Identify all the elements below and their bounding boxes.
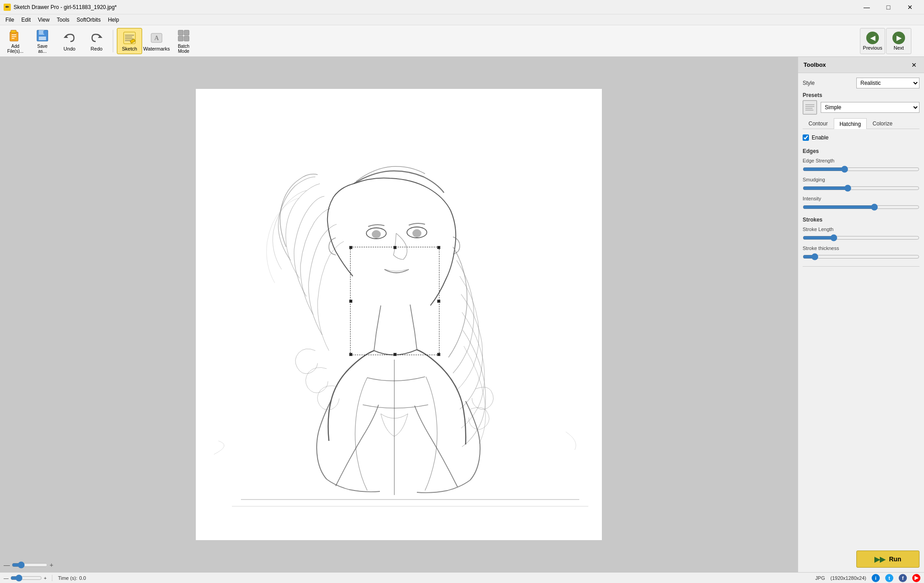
enable-checkbox[interactable] bbox=[803, 134, 809, 141]
zoom-control: — + bbox=[4, 574, 46, 582]
title-bar-controls: — □ ✕ bbox=[856, 0, 920, 14]
svg-rect-20 bbox=[184, 30, 189, 35]
presets-select[interactable]: Simple Default Detailed bbox=[821, 102, 919, 113]
svg-marker-9 bbox=[64, 35, 68, 38]
format-label: JPG bbox=[815, 575, 825, 581]
close-button[interactable]: ✕ bbox=[900, 0, 920, 14]
dimensions-label: (1920x1280x24) bbox=[830, 575, 866, 581]
canvas-zoom-controls: — + bbox=[4, 561, 53, 569]
intensity-track bbox=[803, 203, 919, 211]
svg-rect-19 bbox=[178, 30, 183, 35]
toolbar-separator-1 bbox=[113, 30, 113, 52]
zoom-slider[interactable] bbox=[12, 561, 48, 569]
minimize-button[interactable]: — bbox=[856, 0, 877, 14]
next-label: Next bbox=[894, 45, 904, 51]
status-zoom-slider[interactable] bbox=[10, 574, 42, 582]
presets-icon bbox=[803, 100, 817, 115]
menu-file[interactable]: File bbox=[2, 16, 18, 24]
twitter-icon[interactable]: t bbox=[885, 574, 893, 582]
smudging-label: Smudging bbox=[803, 177, 919, 182]
zoom-increase[interactable]: + bbox=[44, 575, 46, 581]
batch-mode-icon bbox=[176, 28, 191, 43]
redo-label: Redo bbox=[91, 46, 102, 51]
stroke-length-group: Stroke Length bbox=[803, 227, 919, 242]
edge-strength-track bbox=[803, 165, 919, 173]
add-files-icon bbox=[8, 28, 23, 43]
stroke-length-label: Stroke Length bbox=[803, 227, 919, 232]
next-icon: ▶ bbox=[892, 32, 905, 44]
toolbar: Add File(s)... Save as... Undo bbox=[0, 25, 924, 57]
enable-label[interactable]: Enable bbox=[812, 134, 828, 141]
watermarks-icon: A bbox=[149, 31, 164, 45]
svg-rect-22 bbox=[184, 36, 189, 41]
undo-label: Undo bbox=[64, 46, 75, 51]
svg-rect-21 bbox=[178, 36, 183, 41]
canvas-area[interactable]: — + bbox=[0, 57, 798, 572]
info-icon[interactable]: i bbox=[872, 574, 880, 582]
redo-button[interactable]: Redo bbox=[84, 28, 109, 54]
intensity-slider[interactable] bbox=[803, 204, 919, 211]
stroke-thickness-slider[interactable] bbox=[803, 253, 919, 260]
presets-section: Presets Simple Default bbox=[803, 92, 919, 115]
menu-help[interactable]: Help bbox=[104, 16, 123, 24]
time-label: Time (s): bbox=[58, 575, 77, 581]
sketch-button[interactable]: Sketch bbox=[117, 28, 142, 54]
intensity-label: Intensity bbox=[803, 196, 919, 201]
tab-hatching[interactable]: Hatching bbox=[834, 118, 867, 129]
svg-rect-28 bbox=[804, 101, 816, 114]
previous-label: Previous bbox=[863, 45, 882, 51]
svg-point-25 bbox=[372, 230, 381, 238]
smudging-slider[interactable] bbox=[803, 185, 919, 192]
edge-strength-label: Edge Strength bbox=[803, 158, 919, 163]
edges-heading: Edges bbox=[803, 148, 919, 154]
zoom-decrease[interactable]: — bbox=[4, 575, 9, 581]
maximize-button[interactable]: □ bbox=[878, 0, 899, 14]
main-area: — + Toolbox ✕ Style Realistic Simple Art… bbox=[0, 57, 924, 572]
presets-row: Simple Default Detailed bbox=[803, 100, 919, 115]
svg-rect-7 bbox=[39, 37, 46, 40]
menu-softorbits[interactable]: SoftOrbits bbox=[73, 16, 104, 24]
tabs-row: Contour Hatching Colorize bbox=[803, 118, 919, 129]
save-as-button[interactable]: Save as... bbox=[30, 28, 55, 54]
menu-tools[interactable]: Tools bbox=[53, 16, 73, 24]
run-icon: ▶▶ bbox=[874, 555, 885, 564]
status-bar: — + Time (s): 0.0 JPG (1920x1280x24) i t… bbox=[0, 572, 924, 583]
stroke-thickness-group: Stroke thickness bbox=[803, 245, 919, 261]
toolbox-close-button[interactable]: ✕ bbox=[910, 60, 919, 69]
tab-colorize[interactable]: Colorize bbox=[867, 118, 898, 129]
menu-view[interactable]: View bbox=[34, 16, 53, 24]
svg-text:A: A bbox=[154, 35, 159, 42]
toolbox-panel: Toolbox ✕ Style Realistic Simple Artisti… bbox=[798, 57, 924, 572]
zoom-minus-icon[interactable]: — bbox=[4, 561, 10, 569]
redo-icon bbox=[89, 31, 104, 45]
toolbox-title: Toolbox bbox=[804, 61, 826, 68]
batch-mode-button[interactable]: Batch Mode bbox=[171, 28, 196, 54]
previous-button[interactable]: ◀ Previous bbox=[860, 28, 885, 54]
menu-edit[interactable]: Edit bbox=[18, 16, 34, 24]
zoom-plus-icon[interactable]: + bbox=[50, 561, 53, 569]
add-files-button[interactable]: Add File(s)... bbox=[3, 28, 28, 54]
app-icon: ✏ bbox=[4, 4, 11, 11]
tab-contour[interactable]: Contour bbox=[803, 118, 834, 129]
edge-strength-slider[interactable] bbox=[803, 166, 919, 173]
smudging-group: Smudging bbox=[803, 177, 919, 192]
svg-rect-1 bbox=[11, 30, 16, 33]
status-time: Time (s): 0.0 bbox=[58, 575, 86, 581]
toolbox-separator bbox=[803, 266, 919, 267]
run-button[interactable]: ▶▶ Run bbox=[856, 551, 919, 568]
title-bar: ✏ Sketch Drawer Pro - girl-511883_1920.j… bbox=[0, 0, 924, 14]
stroke-length-slider[interactable] bbox=[803, 234, 919, 241]
stroke-thickness-track bbox=[803, 253, 919, 261]
watermarks-button[interactable]: A Watermarks bbox=[144, 28, 169, 54]
time-value: 0.0 bbox=[79, 575, 86, 581]
youtube-icon[interactable]: ▶ bbox=[912, 574, 920, 582]
sketch-icon bbox=[122, 31, 137, 45]
enable-row: Enable bbox=[803, 133, 919, 143]
next-button[interactable]: ▶ Next bbox=[886, 28, 911, 54]
intensity-group: Intensity bbox=[803, 196, 919, 211]
add-files-label: Add File(s)... bbox=[7, 44, 23, 54]
smudging-track bbox=[803, 184, 919, 192]
style-select[interactable]: Realistic Simple Artistic bbox=[856, 78, 919, 88]
facebook-icon[interactable]: f bbox=[899, 574, 907, 582]
undo-button[interactable]: Undo bbox=[57, 28, 82, 54]
